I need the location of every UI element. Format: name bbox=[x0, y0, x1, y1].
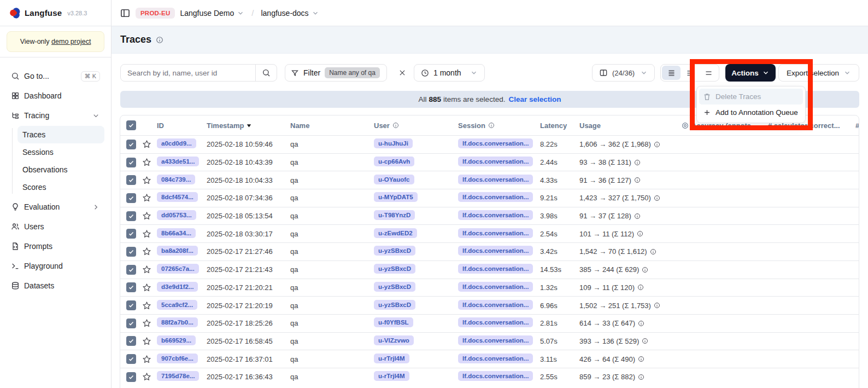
trace-id-badge[interactable]: 7195d78e... bbox=[157, 371, 199, 381]
user-badge[interactable]: u-yzSBxcD bbox=[374, 282, 415, 292]
user-badge[interactable]: u-yzSBxcD bbox=[374, 246, 415, 256]
row-checkbox[interactable] bbox=[126, 229, 136, 239]
col-header-session[interactable]: Session bbox=[458, 121, 540, 130]
user-badge[interactable]: u-rTrjl4M bbox=[374, 371, 409, 381]
session-badge[interactable]: lf.docs.conversation... bbox=[458, 246, 533, 256]
row-checkbox[interactable] bbox=[126, 247, 136, 257]
row-checkbox[interactable] bbox=[126, 211, 136, 221]
star-icon[interactable] bbox=[142, 140, 151, 149]
trace-id-badge[interactable]: b669529... bbox=[157, 335, 196, 345]
session-badge[interactable]: lf.docs.conversation... bbox=[458, 157, 533, 166]
table-row[interactable]: 88f2a7b0... 2025-02-17 18:25:26 qa u-f0Y… bbox=[120, 314, 859, 332]
row-height-tall[interactable] bbox=[699, 66, 718, 80]
row-height-medium[interactable] bbox=[681, 66, 699, 80]
project-switcher[interactable]: langfuse-docs bbox=[261, 9, 319, 18]
trace-id-badge[interactable]: 084c739... bbox=[157, 175, 195, 184]
col-header-timestamp[interactable]: Timestamp bbox=[207, 121, 290, 130]
filter-button[interactable]: Filter Name any of qa bbox=[285, 64, 387, 82]
table-row[interactable]: d3e9d1f2... 2025-02-17 21:20:21 qa u-yzS… bbox=[120, 279, 859, 297]
sidebar-item-prompts[interactable]: Prompts bbox=[4, 238, 107, 255]
row-checkbox[interactable] bbox=[126, 354, 136, 364]
select-all-checkbox[interactable] bbox=[126, 120, 136, 130]
star-icon[interactable] bbox=[142, 247, 151, 256]
demo-project-link[interactable]: demo project bbox=[51, 38, 91, 45]
star-icon[interactable] bbox=[142, 229, 151, 239]
user-badge[interactable]: u-zEwdED2 bbox=[374, 228, 417, 238]
col-header-id[interactable]: ID bbox=[157, 121, 207, 130]
col-header-user[interactable]: User bbox=[374, 121, 458, 130]
user-badge[interactable]: u-yzSBxcD bbox=[374, 300, 415, 310]
user-badge[interactable]: u-yzSBxcD bbox=[374, 264, 415, 274]
sidebar-item-dashboard[interactable]: Dashboard bbox=[4, 87, 107, 105]
table-row[interactable]: 907cbf6e... 2025-02-17 16:37:01 qa u-rTr… bbox=[120, 350, 859, 368]
user-badge[interactable]: u-T98YnzD bbox=[374, 210, 415, 220]
sidebar-item-tracing[interactable]: Tracing bbox=[4, 107, 107, 124]
session-badge[interactable]: lf.docs.conversation... bbox=[458, 300, 533, 310]
trace-id-badge[interactable]: dd05753... bbox=[157, 210, 196, 220]
org-switcher[interactable]: Langfuse Demo bbox=[180, 9, 244, 18]
session-badge[interactable]: lf.docs.conversation... bbox=[458, 228, 533, 238]
goto-search[interactable]: Go to... ⌘ K bbox=[4, 67, 107, 85]
trace-id-badge[interactable]: ba8a208f... bbox=[157, 246, 198, 256]
trace-id-badge[interactable]: 5cca9cf2... bbox=[157, 300, 197, 310]
user-badge[interactable]: u-OYauofc bbox=[374, 175, 414, 184]
time-range-button[interactable]: 1 month bbox=[414, 64, 485, 82]
table-row[interactable]: 7195d78e... 2025-02-17 16:36:43 qa u-rTr… bbox=[120, 368, 859, 386]
sidebar-item-evaluation[interactable]: Evaluation bbox=[4, 198, 107, 216]
search-button[interactable] bbox=[255, 65, 277, 81]
session-badge[interactable]: lf.docs.conversation... bbox=[458, 282, 533, 292]
sidebar-toggle-icon[interactable] bbox=[120, 8, 131, 19]
star-icon[interactable] bbox=[142, 193, 151, 202]
col-header-name[interactable]: Name bbox=[290, 121, 374, 130]
sidebar-item-users[interactable]: Users bbox=[4, 218, 107, 235]
table-row[interactable]: 8b66a34... 2025-02-18 03:30:17 qa u-zEwd… bbox=[120, 224, 859, 242]
row-checkbox[interactable] bbox=[126, 140, 136, 149]
user-badge[interactable]: u-cp66Avh bbox=[374, 157, 414, 166]
table-row[interactable]: 07265c7a... 2025-02-17 21:21:43 qa u-yzS… bbox=[120, 260, 859, 279]
star-icon[interactable] bbox=[142, 211, 151, 221]
sidebar-item-playground[interactable]: Playground bbox=[4, 257, 107, 275]
user-badge[interactable]: u-VIZzvwo bbox=[374, 335, 414, 345]
session-badge[interactable]: lf.docs.conversation... bbox=[458, 371, 533, 381]
col-header-latency[interactable]: Latency bbox=[540, 121, 579, 130]
clear-filter-button[interactable] bbox=[396, 67, 408, 79]
table-row[interactable]: 8dcf4574... 2025-02-18 07:34:36 qa u-MYp… bbox=[120, 189, 859, 207]
sidebar-item-sessions[interactable]: Sessions bbox=[17, 143, 104, 161]
session-badge[interactable]: lf.docs.conversation... bbox=[458, 138, 533, 148]
menu-item-delete-traces[interactable]: Delete Traces bbox=[699, 89, 803, 105]
session-badge[interactable]: lf.docs.conversation... bbox=[458, 354, 533, 363]
row-checkbox[interactable] bbox=[126, 318, 136, 328]
row-checkbox[interactable] bbox=[126, 265, 136, 275]
info-icon[interactable] bbox=[156, 36, 163, 44]
sidebar-item-observations[interactable]: Observations bbox=[17, 161, 104, 178]
trace-id-badge[interactable]: d3e9d1f2... bbox=[157, 282, 198, 292]
table-row[interactable]: a433de51... 2025-02-18 10:43:39 qa u-cp6… bbox=[120, 153, 859, 171]
table-row[interactable]: ba8a208f... 2025-02-17 21:27:46 qa u-yzS… bbox=[120, 242, 859, 260]
row-checkbox[interactable] bbox=[126, 282, 136, 292]
row-checkbox[interactable] bbox=[126, 193, 136, 203]
star-icon[interactable] bbox=[142, 337, 151, 346]
star-icon[interactable] bbox=[142, 158, 151, 167]
row-checkbox[interactable] bbox=[126, 336, 136, 346]
row-checkbox[interactable] bbox=[126, 372, 136, 382]
sidebar-item-traces[interactable]: Traces bbox=[17, 126, 104, 143]
row-height-compact[interactable] bbox=[662, 66, 681, 80]
session-badge[interactable]: lf.docs.conversation... bbox=[458, 175, 533, 184]
menu-item-add-annotation-queue[interactable]: Add to Annotation Queue bbox=[699, 105, 803, 120]
session-badge[interactable]: lf.docs.conversation... bbox=[458, 317, 533, 327]
star-icon[interactable] bbox=[142, 265, 151, 274]
trace-id-badge[interactable]: a0cd0d9... bbox=[157, 138, 196, 148]
actions-button[interactable]: Actions bbox=[725, 64, 776, 82]
trace-id-badge[interactable]: 88f2a7b0... bbox=[157, 317, 198, 327]
session-badge[interactable]: lf.docs.conversation... bbox=[458, 192, 533, 202]
col-header-extra[interactable]: # c... bbox=[855, 121, 859, 130]
export-selection-button[interactable]: Export selection bbox=[778, 64, 859, 82]
user-badge[interactable]: u-huJhuJi bbox=[374, 138, 413, 148]
trace-id-badge[interactable]: 8b66a34... bbox=[157, 228, 196, 238]
star-icon[interactable] bbox=[142, 301, 151, 310]
table-row[interactable]: dd05753... 2025-02-18 05:13:54 qa u-T98Y… bbox=[120, 207, 859, 225]
star-icon[interactable] bbox=[142, 355, 151, 364]
session-badge[interactable]: lf.docs.conversation... bbox=[458, 264, 533, 274]
search-input[interactable]: Search by id, name, user id bbox=[120, 64, 277, 82]
table-row[interactable]: 084c739... 2025-02-18 10:04:33 qa u-OYau… bbox=[120, 171, 859, 189]
